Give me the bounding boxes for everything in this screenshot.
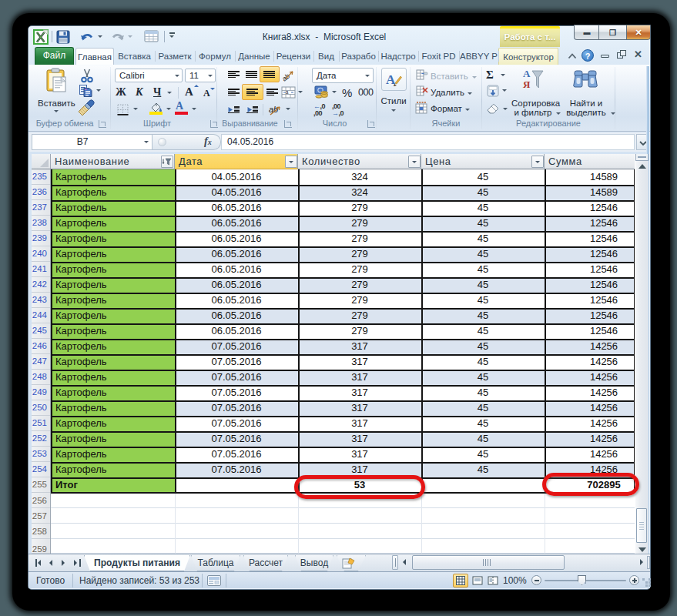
svg-text:А: А bbox=[523, 68, 531, 79]
svg-text:Я: Я bbox=[523, 79, 531, 90]
svg-text:a: a bbox=[286, 89, 289, 95]
